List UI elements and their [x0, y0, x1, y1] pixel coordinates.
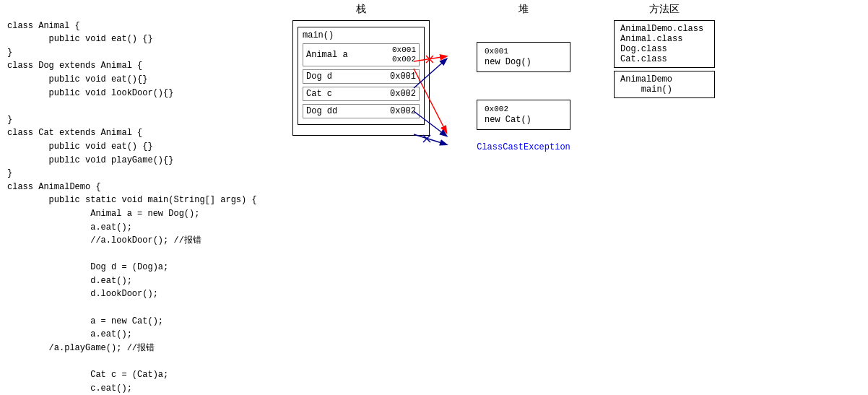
- stack-row-addr-dog-d: 0x001: [390, 71, 416, 82]
- method-title: 方法区: [649, 3, 680, 16]
- method-classes-box: AnimalDemo.class Animal.class Dog.class …: [614, 20, 715, 68]
- heap-addr-dog: 0x001: [485, 47, 563, 56]
- code-text: class Animal { public void eat() {} } cl…: [7, 21, 257, 395]
- stack-row-addr-animal-a: 0x0010x002: [392, 45, 416, 64]
- heap-addr-cat: 0x002: [485, 105, 563, 113]
- stack-row-dog-dd: Dog dd 0x002: [303, 104, 420, 118]
- stack-outer-box: main() Animal a 0x0010x002 Dog d 0x001 C…: [292, 20, 430, 136]
- method-class-animal: Animal.class: [620, 34, 708, 44]
- stack-frame-title: main(): [303, 30, 420, 40]
- stack-section: 栈 main() Animal a 0x0010x002 Dog d 0x001…: [282, 0, 440, 395]
- method-section: 方法区 AnimalDemo.class Animal.class Dog.cl…: [607, 0, 722, 395]
- stack-row-addr-cat-c: 0x002: [390, 89, 416, 99]
- stack-row-cat-c: Cat c 0x002: [303, 87, 420, 101]
- heap-title: 堆: [518, 3, 529, 16]
- method-class-cat: Cat.class: [620, 54, 708, 64]
- stack-row-label-dog-d: Dog d: [306, 71, 390, 82]
- method-main-box: AnimalDemo main(): [614, 71, 715, 98]
- heap-label-cat: new Cat(): [485, 115, 563, 125]
- method-main-line1: AnimalDemo: [620, 74, 708, 84]
- method-class-dog: Dog.class: [620, 44, 708, 54]
- stack-row-animal-a: Animal a 0x0010x002: [303, 43, 420, 66]
- method-class-animaldemo: AnimalDemo.class: [620, 24, 708, 34]
- exception-label: ClassCastException: [477, 142, 570, 152]
- stack-frame-main: main() Animal a 0x0010x002 Dog d 0x001 C…: [298, 27, 425, 125]
- stack-row-label-animal-a: Animal a: [306, 50, 392, 60]
- method-main-line2: main(): [620, 84, 708, 95]
- stack-row-label-dog-dd: Dog dd: [306, 106, 390, 116]
- code-panel: class Animal { public void eat() {} } cl…: [0, 0, 282, 395]
- heap-item-cat: 0x002 new Cat(): [477, 100, 570, 130]
- stack-row-label-cat-c: Cat c: [306, 89, 390, 99]
- stack-title: 栈: [356, 3, 366, 16]
- stack-row-dog-d: Dog d 0x001: [303, 69, 420, 84]
- heap-item-dog: 0x001 new Dog(): [477, 42, 570, 72]
- stack-row-addr-dog-dd: 0x002: [390, 106, 416, 116]
- heap-section: 堆 0x001 new Dog() 0x002 new Cat() ClassC…: [440, 0, 607, 395]
- heap-label-dog: new Dog(): [485, 57, 563, 67]
